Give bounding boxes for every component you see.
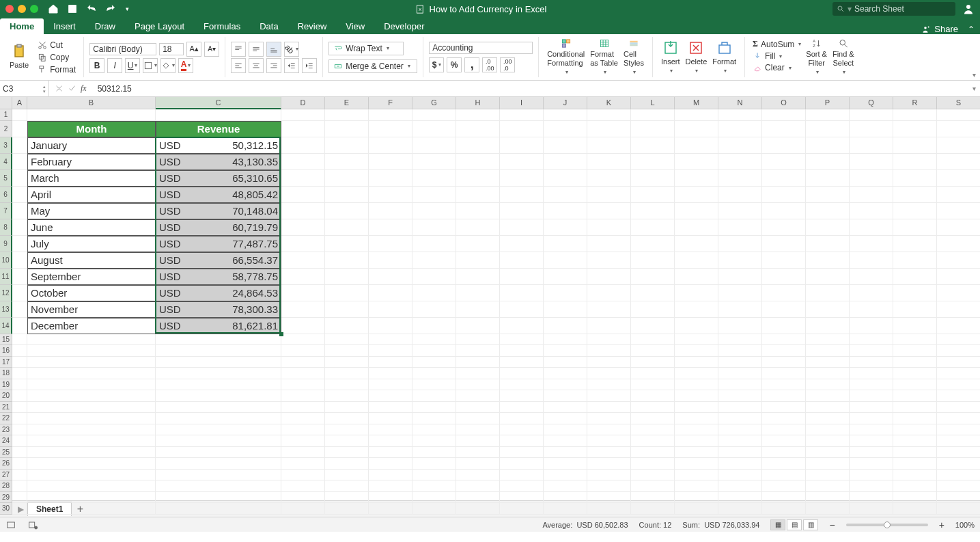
cell-b3-month[interactable]: January (27, 137, 156, 154)
cell-c4-revenue[interactable]: USD43,130.35 (156, 154, 281, 170)
tab-view[interactable]: View (336, 18, 374, 34)
column-header-j[interactable]: J (544, 97, 587, 109)
row-header-17[interactable]: 17 (0, 357, 12, 368)
cell-c7-revenue[interactable]: USD70,148.04 (156, 203, 281, 219)
align-right-button[interactable] (266, 58, 281, 73)
zoom-out-button[interactable]: − (829, 519, 835, 530)
cell-c2-header-revenue[interactable]: Revenue (156, 121, 281, 137)
column-header-p[interactable]: P (806, 97, 850, 109)
cell-b4-month[interactable]: February (27, 154, 156, 170)
decrease-decimal-button[interactable]: .00.0 (500, 57, 515, 72)
name-box[interactable]: C3▴▾ (0, 81, 49, 96)
delete-cells-button[interactable]: Delete (682, 38, 710, 76)
tab-developer[interactable]: Developer (374, 18, 434, 34)
bold-button[interactable]: B (89, 58, 104, 73)
increase-decimal-button[interactable]: .0.00 (482, 57, 497, 72)
column-header-m[interactable]: M (675, 97, 718, 109)
sort-filter-button[interactable]: AZSort & Filter (803, 38, 830, 76)
orientation-button[interactable]: ab (284, 42, 299, 57)
cell-c13-revenue[interactable]: USD78,300.33 (156, 301, 281, 318)
cell-c12-revenue[interactable]: USD24,864.53 (156, 285, 281, 301)
cell-c6-revenue[interactable]: USD48,805.42 (156, 187, 281, 203)
column-header-r[interactable]: R (893, 97, 937, 109)
column-header-g[interactable]: G (412, 97, 456, 109)
macro-record-icon[interactable] (27, 519, 38, 530)
row-header-4[interactable]: 4 (0, 154, 12, 170)
border-button[interactable] (143, 58, 158, 73)
column-header-h[interactable]: H (456, 97, 500, 109)
expand-formula-bar-icon[interactable]: ▾ (968, 85, 980, 92)
home-icon[interactable] (48, 3, 59, 14)
ribbon-expand-icon[interactable]: ▾ (972, 71, 976, 79)
cell-c5-revenue[interactable]: USD65,310.65 (156, 170, 281, 187)
row-header-3[interactable]: 3 (0, 137, 12, 154)
decrease-font-size-button[interactable]: A▾ (204, 42, 219, 57)
tab-data[interactable]: Data (250, 18, 288, 34)
font-color-button[interactable]: A (178, 58, 193, 73)
row-header-9[interactable]: 9 (0, 236, 12, 252)
cell-b2-header-month[interactable]: Month (27, 121, 156, 137)
normal-view-button[interactable]: ▦ (770, 519, 785, 530)
row-header-18[interactable]: 18 (0, 368, 12, 379)
cell-b14-month[interactable]: December (27, 318, 156, 334)
cell-b9-month[interactable]: July (27, 236, 156, 252)
zoom-in-button[interactable]: + (939, 519, 944, 530)
column-header-f[interactable]: F (369, 97, 412, 109)
cell-b13-month[interactable]: November (27, 301, 156, 318)
column-header-s[interactable]: S (937, 97, 980, 109)
format-painter-button[interactable]: Format (36, 64, 78, 75)
column-header-q[interactable]: Q (850, 97, 893, 109)
undo-icon[interactable] (86, 3, 97, 14)
row-header-5[interactable]: 5 (0, 170, 12, 187)
tab-insert[interactable]: Insert (44, 18, 85, 34)
row-header-10[interactable]: 10 (0, 252, 12, 269)
cancel-formula-icon[interactable] (55, 84, 64, 93)
column-header-d[interactable]: D (281, 97, 325, 109)
row-header-25[interactable]: 25 (0, 447, 12, 459)
column-header-a[interactable]: A (12, 97, 27, 109)
row-header-6[interactable]: 6 (0, 187, 12, 203)
save-icon[interactable] (67, 3, 78, 14)
row-header-28[interactable]: 28 (0, 480, 12, 492)
row-header-27[interactable]: 27 (0, 470, 12, 481)
format-cells-button[interactable]: Format (710, 38, 739, 76)
cell-b7-month[interactable]: May (27, 203, 156, 219)
row-header-1[interactable]: 1 (0, 109, 12, 121)
font-size-select[interactable]: 18 (159, 43, 184, 55)
row-header-11[interactable]: 11 (0, 269, 12, 285)
align-center-button[interactable] (249, 58, 264, 73)
decrease-indent-button[interactable] (284, 58, 299, 73)
maximize-window-button[interactable] (30, 5, 38, 13)
row-header-8[interactable]: 8 (0, 219, 12, 236)
row-header-22[interactable]: 22 (0, 413, 12, 424)
cell-b8-month[interactable]: June (27, 219, 156, 236)
zoom-slider[interactable] (846, 524, 928, 526)
formula-input[interactable]: 50312.15 (92, 81, 968, 96)
row-header-16[interactable]: 16 (0, 345, 12, 357)
accounting-format-button[interactable]: $ (429, 57, 444, 72)
row-header-21[interactable]: 21 (0, 402, 12, 414)
row-header-19[interactable]: 19 (0, 379, 12, 391)
tab-draw[interactable]: Draw (85, 18, 125, 34)
cell-b10-month[interactable]: August (27, 252, 156, 269)
font-name-select[interactable]: Calibri (Body) (89, 43, 156, 55)
row-header-29[interactable]: 29 (0, 492, 12, 504)
column-header-l[interactable]: L (631, 97, 675, 109)
copy-button[interactable]: Copy (36, 52, 78, 63)
wrap-text-button[interactable]: Wrap Text (328, 42, 404, 55)
find-select-button[interactable]: Find & Select (830, 38, 857, 76)
cell-b12-month[interactable]: October (27, 285, 156, 301)
italic-button[interactable]: I (107, 58, 122, 73)
redo-icon[interactable] (105, 3, 116, 14)
cut-button[interactable]: Cut (36, 40, 78, 51)
tab-review[interactable]: Review (288, 18, 337, 34)
column-header-c[interactable]: C (156, 97, 281, 109)
fx-icon[interactable]: fx (81, 83, 87, 94)
fill-button[interactable]: Fill (751, 51, 803, 62)
column-header-o[interactable]: O (762, 97, 806, 109)
align-middle-button[interactable] (249, 42, 264, 57)
autosum-button[interactable]: ΣAutoSum (751, 38, 803, 50)
conditional-formatting-button[interactable]: Conditional Formatting (544, 38, 587, 76)
page-break-view-button[interactable]: ▥ (803, 519, 818, 530)
insert-cells-button[interactable]: Insert (658, 38, 683, 76)
